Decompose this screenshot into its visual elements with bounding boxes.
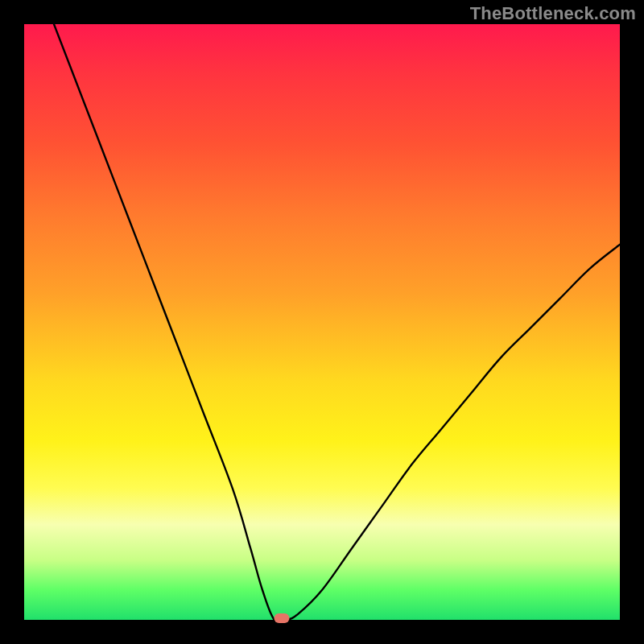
bottleneck-curve-path: [54, 24, 620, 620]
chart-frame: TheBottleneck.com: [0, 0, 644, 644]
optimal-point-marker: [274, 613, 289, 623]
watermark-text: TheBottleneck.com: [470, 3, 636, 24]
plot-area: [24, 24, 620, 620]
curve-svg: [24, 24, 620, 620]
